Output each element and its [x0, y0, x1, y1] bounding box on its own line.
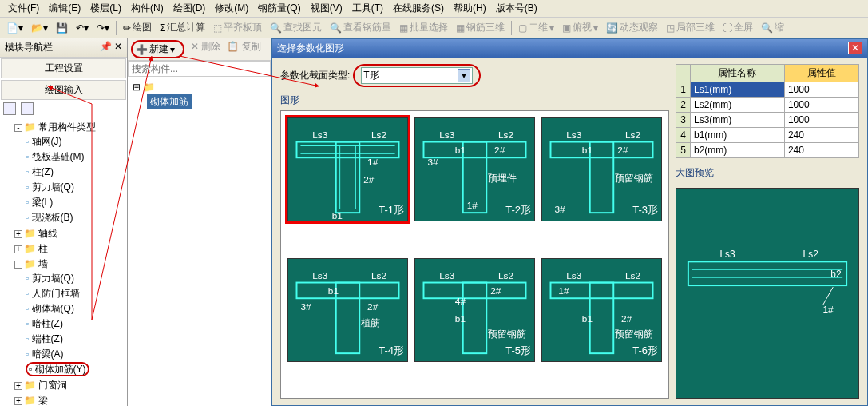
menu-help[interactable]: 帮助(H) [449, 0, 491, 17]
tree-item[interactable]: 筏板基础(M) [26, 149, 124, 165]
batch-tool[interactable]: ▦ 批量选择 [396, 19, 451, 36]
preview-box: Ls3 Ls2 b2 1# [676, 188, 859, 399]
svg-text:2#: 2# [363, 174, 375, 185]
svg-rect-7 [424, 142, 526, 158]
svg-text:预埋件: 预埋件 [488, 173, 517, 184]
shape-t4[interactable]: Ls3Ls23#b12#植筋 T-4形 [287, 258, 408, 362]
menu-view[interactable]: 视图(V) [306, 0, 347, 17]
shape-grid-label: 图形 [280, 94, 669, 107]
tree-group[interactable]: 梁 [24, 395, 48, 406]
svg-text:3#: 3# [554, 204, 565, 215]
svg-rect-32 [424, 282, 526, 298]
delete-button[interactable]: ✕ 删除 [191, 40, 220, 58]
open-icon[interactable]: 📂▾ [28, 21, 51, 35]
svg-rect-16 [551, 142, 653, 158]
findel-tool[interactable]: 🔍 查找图元 [267, 19, 325, 36]
shape-t3[interactable]: Ls3Ls2b12#3#预留钢筋 T-3形 [541, 117, 662, 221]
tree-item[interactable]: 端柱(Z) [26, 332, 124, 347]
menu-edit[interactable]: 编辑(E) [44, 0, 85, 17]
svg-rect-17 [590, 142, 614, 213]
flatview-tool[interactable]: ⬚ 平齐板顶 [210, 19, 265, 36]
toolbar: 📄▾ 📂▾ 💾 ↶▾ ↷▾ ✏ 绘图 Σ 汇总计算 ⬚ 平齐板顶 🔍 查找图元 … [0, 18, 868, 38]
svg-text:2#: 2# [367, 301, 379, 312]
mini-btn-2[interactable] [21, 102, 34, 115]
tab-draw-input[interactable]: 绘图输入 [1, 80, 126, 100]
tree-item[interactable]: 现浇板(B) [26, 210, 124, 225]
menu-version[interactable]: 版本号(B) [491, 0, 542, 17]
findsteel-tool[interactable]: 🔍 查看钢筋量 [327, 19, 394, 36]
menu-modify[interactable]: 修改(M) [210, 0, 253, 17]
menu-steel[interactable]: 钢筋量(Q) [253, 0, 305, 17]
pin-icon[interactable]: 📌 ✕ [100, 41, 122, 54]
save-icon[interactable]: 💾 [53, 21, 71, 35]
tree-item[interactable]: 梁(L) [26, 195, 124, 210]
menu-online[interactable]: 在线服务(S) [388, 0, 449, 17]
tree-item-masonry-rebar[interactable]: ▫ 砌体加筋(Y) [26, 362, 124, 377]
steel3d-tool[interactable]: ▦ 钢筋三维 [453, 19, 508, 36]
svg-text:b1: b1 [455, 312, 466, 324]
copy-button[interactable]: 📋 复制 [227, 40, 260, 58]
view2d-tool[interactable]: ▢ 二维▾ [515, 19, 557, 36]
calc-tool[interactable]: Σ 汇总计算 [157, 19, 208, 36]
type-select[interactable]: T形▾ [361, 67, 473, 84]
tree-item[interactable]: 砌体墙(Q) [26, 301, 124, 316]
tree-root: 常用构件类型 [24, 121, 96, 133]
tree-group[interactable]: 柱 [24, 243, 48, 254]
svg-text:预留钢筋: 预留钢筋 [615, 328, 653, 340]
dialog-title: 选择参数化图形 [277, 42, 344, 55]
svg-text:3#: 3# [300, 301, 311, 312]
zoom-tool[interactable]: 🔍 缩 [758, 19, 787, 36]
menu-bar: 文件(F) 编辑(E) 楼层(L) 构件(N) 绘图(D) 修改(M) 钢筋量(… [0, 0, 868, 18]
new-button[interactable]: ➕ 新建▾ [131, 40, 184, 58]
new-icon[interactable]: 📄▾ [3, 21, 26, 35]
svg-text:植筋: 植筋 [361, 316, 380, 328]
svg-text:b1: b1 [332, 210, 343, 221]
drawing-tool[interactable]: ✏ 绘图 [120, 19, 155, 36]
tree-item[interactable]: 轴网(J) [26, 134, 124, 149]
svg-rect-0 [297, 142, 399, 158]
tree-item[interactable]: 柱(Z) [26, 165, 124, 180]
menu-tools[interactable]: 工具(T) [347, 0, 388, 17]
undo-icon[interactable]: ↶▾ [73, 21, 92, 35]
svg-text:b1: b1 [582, 312, 593, 324]
menu-file[interactable]: 文件(F) [3, 0, 44, 17]
property-table[interactable]: 属性名称属性值 1Ls1(mm)1000 2Ls2(mm)1000 3Ls3(m… [676, 64, 859, 158]
tree-item[interactable]: 人防门框墙 [26, 286, 124, 301]
menu-component[interactable]: 构件(N) [126, 0, 168, 17]
parametric-shape-dialog: 选择参数化图形 ✕ 参数化截面类型: T形▾ 图形 [271, 38, 868, 406]
redo-icon[interactable]: ↷▾ [93, 21, 113, 35]
tree-group[interactable]: 门窗洞 [24, 380, 67, 391]
menu-draw[interactable]: 绘图(D) [168, 0, 211, 17]
svg-text:1#: 1# [822, 304, 834, 316]
fullscreen-tool[interactable]: ⛶ 全屏 [719, 19, 756, 36]
mini-btn-1[interactable] [3, 102, 16, 115]
shape-t2[interactable]: Ls3Ls23#b12#1#预埋件 T-2形 [414, 117, 535, 221]
svg-text:1#: 1# [558, 285, 569, 297]
tree-item[interactable]: 暗梁(A) [26, 347, 124, 362]
svg-text:2#: 2# [494, 145, 505, 156]
svg-text:Ls2: Ls2 [803, 249, 818, 260]
tree-item[interactable]: 剪力墙(Q) [26, 271, 124, 286]
dynview-tool[interactable]: 🔄 动态观察 [603, 19, 661, 36]
tree-group-wall[interactable]: 墙 [24, 258, 48, 269]
menu-floor[interactable]: 楼层(L) [85, 0, 126, 17]
svg-text:Ls3: Ls3 [312, 269, 327, 281]
svg-text:Ls2: Ls2 [625, 269, 640, 281]
tree-item[interactable]: 暗柱(Z) [26, 316, 124, 332]
shape-t6[interactable]: Ls3Ls21#b12#预留钢筋 T-6形 [541, 258, 662, 362]
prop-header-value: 属性值 [784, 65, 858, 82]
shape-t1[interactable]: Ls3 Ls2 b1 1# 2# T-1形 [287, 117, 408, 221]
mid-tree-leaf[interactable]: 砌体加筋 [147, 94, 192, 109]
svg-text:1#: 1# [367, 157, 379, 168]
tree-group[interactable]: 轴线 [24, 228, 57, 239]
part3d-tool[interactable]: ◳ 局部三维 [663, 19, 718, 36]
topview-tool[interactable]: ▣ 俯视▾ [559, 19, 601, 36]
shape-t5[interactable]: Ls3Ls24#2#b1预留钢筋 T-5形 [414, 258, 535, 362]
close-button[interactable]: ✕ [848, 42, 862, 54]
tab-project-settings[interactable]: 工程设置 [1, 58, 126, 78]
shape-grid: Ls3 Ls2 b1 1# 2# T-1形 Ls3Ls23#b12#1#预埋件 … [280, 110, 669, 399]
component-tree[interactable]: -常用构件类型 轴网(J) 筏板基础(M) 柱(Z) 剪力墙(Q) 梁(L) 现… [0, 117, 127, 406]
search-input[interactable] [128, 61, 271, 77]
svg-rect-33 [463, 282, 487, 353]
tree-item[interactable]: 剪力墙(Q) [26, 180, 124, 195]
